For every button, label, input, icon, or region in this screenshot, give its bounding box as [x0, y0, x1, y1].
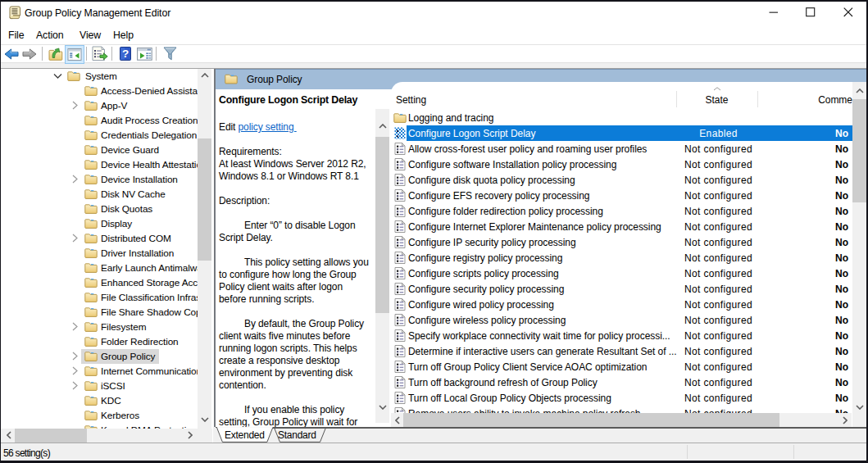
svg-text:?: ? [122, 48, 129, 60]
svg-text:Extended: Extended [225, 429, 265, 441]
svg-text:Standard: Standard [278, 429, 316, 441]
